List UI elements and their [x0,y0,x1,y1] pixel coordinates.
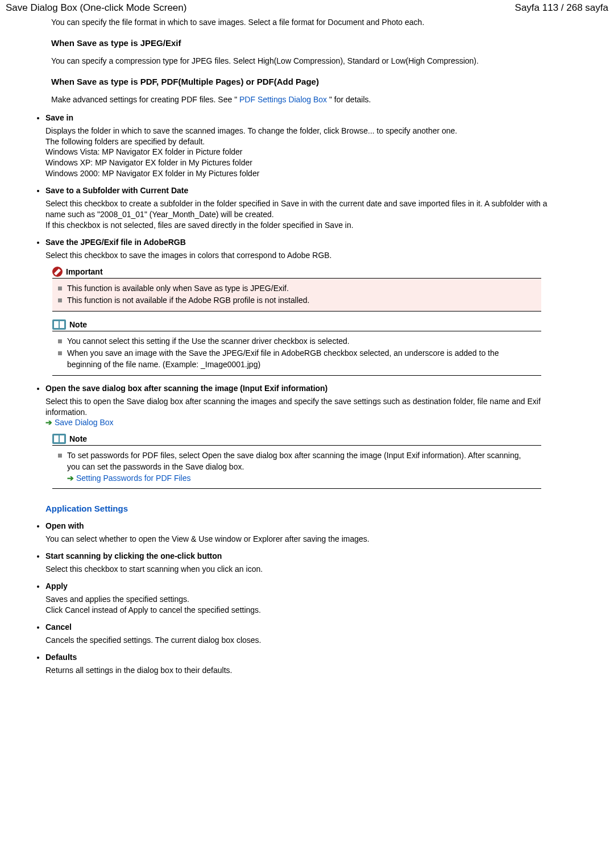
note-label: Note [69,320,87,329]
open-with-title: Open with [45,521,563,530]
item-adobergb: Save the JPEG/Exif file in AdobeRGB Sele… [45,238,563,376]
important-icon [52,267,63,277]
save-in-body: Displays the folder in which to save the… [45,126,563,179]
save-dialog-link[interactable]: ➔Save Dialog Box [45,418,114,427]
content: You can specify the file format in which… [0,17,563,695]
start-title: Start scanning by clicking the one-click… [45,551,563,560]
note-box: Note You cannot select this setting if t… [52,319,541,376]
defaults-body: Returns all settings in the dialog box t… [45,665,563,676]
heading-pdf: When Save as type is PDF, PDF(Multiple P… [51,77,563,86]
start-body: Select this checkbox to start scanning w… [45,564,563,575]
note-icon [52,319,66,330]
pdf-body: Make advanced settings for creating PDF … [51,94,563,105]
open-save-title: Open the save dialog box after scanning … [45,384,563,393]
open-save-body: Select this to open the Save dialog box … [45,396,563,429]
cancel-body: Cancels the specified settings. The curr… [45,635,563,646]
note-icon [52,434,66,444]
application-settings-heading: Application Settings [45,504,563,513]
heading-jpeg: When Save as type is JPEG/Exif [51,38,563,48]
item-save-in: Save in Displays the folder in which to … [45,113,563,179]
pdf-settings-link[interactable]: PDF Settings Dialog Box [237,95,329,104]
page-counter: Sayfa 113 / 268 sayfa [515,2,608,14]
apply-title: Apply [45,582,563,591]
item-start-scanning: Start scanning by clicking the one-click… [45,551,563,575]
jpeg-body: You can specify a compression type for J… [51,56,563,67]
important-label: Important [66,267,103,276]
note-label: Note [69,434,87,443]
important-item: This function is not available if the Ad… [58,295,536,306]
adobergb-title: Save the JPEG/Exif file in AdobeRGB [45,238,563,247]
important-box: Important This function is available onl… [52,267,541,312]
intro-text: You can specify the file format in which… [51,17,563,28]
note-box: Note To set passwords for PDF files, sel… [52,434,541,489]
arrow-icon: ➔ [67,474,74,483]
item-open-with: Open with You can select whether to open… [45,521,563,545]
apply-body: Saves and applies the specified settings… [45,594,563,616]
arrow-icon: ➔ [45,418,52,427]
page-title: Save Dialog Box (One-click Mode Screen) [6,2,186,14]
important-item: This function is available only when Sav… [58,283,536,294]
save-in-title: Save in [45,113,563,122]
page-header: Save Dialog Box (One-click Mode Screen) … [0,0,614,17]
item-defaults: Defaults Returns all settings in the dia… [45,653,563,676]
subfolder-title: Save to a Subfolder with Current Date [45,186,563,195]
cancel-title: Cancel [45,622,563,632]
note-item: You cannot select this setting if the Us… [58,336,536,347]
pdf-passwords-link[interactable]: ➔Setting Passwords for PDF Files [67,474,191,483]
item-subfolder: Save to a Subfolder with Current Date Se… [45,186,563,231]
item-open-save: Open the save dialog box after scanning … [45,384,563,489]
item-apply: Apply Saves and applies the specified se… [45,582,563,616]
adobergb-body: Select this checkbox to save the images … [45,250,563,261]
item-cancel: Cancel Cancels the specified settings. T… [45,622,563,646]
note-item: To set passwords for PDF files, select O… [58,450,536,484]
defaults-title: Defaults [45,653,563,662]
open-with-body: You can select whether to open the View … [45,534,563,545]
note-item: When you save an image with the Save the… [58,348,536,370]
subfolder-body: Select this checkbox to create a subfold… [45,198,563,231]
